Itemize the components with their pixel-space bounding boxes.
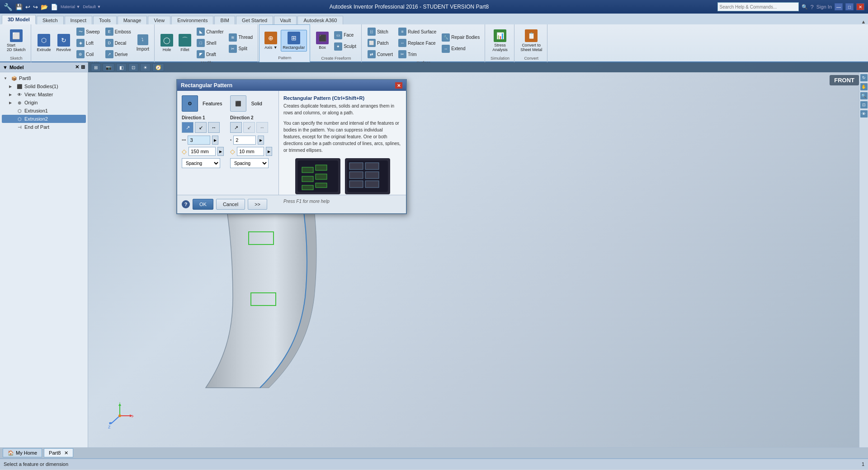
vp-camera-btn[interactable]: 📷 bbox=[103, 63, 114, 71]
part8-tab-close[interactable]: ✕ bbox=[64, 450, 68, 456]
repair-bodies-btn[interactable]: 🔧 Repair Bodies bbox=[439, 32, 482, 43]
material-dropdown[interactable]: Material ▼ bbox=[61, 5, 80, 9]
dir1-count-input[interactable] bbox=[188, 136, 210, 145]
sweep-btn[interactable]: 〜 Sweep bbox=[74, 26, 102, 37]
quick-access-new[interactable]: 📄 bbox=[51, 4, 58, 10]
vp-maximize-btn[interactable]: ⊞ bbox=[91, 63, 101, 71]
rectangular-pattern-dialog[interactable]: Rectangular Pattern ✕ ⚙ Features bbox=[176, 79, 407, 214]
thread-btn[interactable]: ≋ Thread bbox=[226, 32, 255, 43]
import-btn[interactable]: ⤵ Import bbox=[134, 33, 151, 53]
zoom-btn[interactable]: 🔍 bbox=[860, 92, 868, 99]
patch-btn[interactable]: ⬜ Patch bbox=[365, 38, 395, 48]
ok-btn[interactable]: OK bbox=[193, 199, 213, 210]
dialog-help-btn[interactable]: ? bbox=[182, 200, 190, 208]
orbit-btn[interactable]: ↻ bbox=[860, 74, 868, 81]
replace-face-btn[interactable]: ↔ Replace Face bbox=[396, 38, 439, 48]
tab-bim[interactable]: BIM bbox=[214, 16, 235, 24]
dir2-type-select[interactable]: Spacing Distance bbox=[230, 158, 269, 168]
tab-a360[interactable]: Autodesk A360 bbox=[297, 16, 343, 24]
dir2-spacing-input[interactable] bbox=[237, 147, 264, 156]
tree-item-extrusion2[interactable]: ⬡ Extrusion2 bbox=[2, 115, 86, 123]
axis-dropdown-btn[interactable]: ⊕ Axis ▼ bbox=[262, 30, 279, 52]
dir2-midplane-btn[interactable]: ↔ bbox=[256, 122, 268, 133]
sidebar-close-icon[interactable]: ✕ bbox=[75, 64, 79, 70]
face-btn[interactable]: ▭ Face bbox=[332, 30, 359, 41]
maximize-btn[interactable]: □ bbox=[845, 3, 854, 10]
tree-item-end-of-part[interactable]: ⊣ End of Part bbox=[2, 123, 86, 131]
tab-get-started[interactable]: Get Started bbox=[236, 16, 273, 24]
loft-btn[interactable]: ◈ Loft bbox=[74, 38, 102, 48]
convert-sheet-metal-btn[interactable]: 📋 Convert toSheet Metal bbox=[518, 28, 544, 54]
tree-item-part8[interactable]: ▼ 📦 Part8 bbox=[2, 74, 86, 82]
dir1-flip-btn[interactable]: ↙ bbox=[195, 122, 207, 133]
stitch-btn[interactable]: ⌸ Stitch bbox=[365, 26, 395, 37]
features-icon-btn[interactable]: ⚙ bbox=[182, 95, 198, 112]
sidebar-expand-icon[interactable]: ⊞ bbox=[81, 64, 85, 70]
tab-environments[interactable]: Environments bbox=[171, 16, 213, 24]
dir1-spacing-arrow[interactable]: ▶ bbox=[217, 147, 224, 156]
tab-3d-model[interactable]: 3D Model bbox=[2, 15, 36, 24]
tab-sketch[interactable]: Sketch bbox=[37, 16, 64, 24]
rectangular-btn[interactable]: ⊞ Rectangular bbox=[281, 30, 307, 52]
dir1-select-btn[interactable]: ↗ bbox=[182, 122, 193, 133]
search-icon[interactable]: 🔍 bbox=[802, 4, 808, 10]
tree-item-extrusion1[interactable]: ⬡ Extrusion1 bbox=[2, 107, 86, 115]
quick-access-undo[interactable]: ↩ bbox=[25, 4, 30, 10]
vp-ground-btn[interactable]: ⊡ bbox=[128, 63, 138, 71]
default-dropdown[interactable]: Default ▼ bbox=[83, 5, 101, 9]
tab-tools[interactable]: Tools bbox=[93, 16, 117, 24]
solid-icon-btn[interactable]: ⬛ bbox=[230, 95, 246, 112]
stress-analysis-btn[interactable]: 📊 StressAnalysis bbox=[489, 28, 511, 54]
vp-display-btn[interactable]: ◧ bbox=[116, 63, 127, 71]
vp-nav-btn[interactable]: 🧭 bbox=[152, 63, 164, 71]
dir1-count-arrow[interactable]: ▶ bbox=[212, 136, 218, 145]
tree-item-solid-bodies[interactable]: ▶ ⬛ Solid Bodies(1) bbox=[2, 82, 86, 90]
search-input[interactable] bbox=[717, 2, 799, 11]
tab-view[interactable]: View bbox=[148, 16, 170, 24]
dir2-count-input[interactable] bbox=[233, 136, 256, 145]
more-btn[interactable]: >> bbox=[248, 199, 267, 210]
ribbon-collapse-btn[interactable]: ▲ bbox=[859, 19, 868, 24]
start-2d-sketch-btn[interactable]: ⬜ Start2D Sketch bbox=[5, 28, 28, 54]
tab-part8[interactable]: Part8 ✕ bbox=[44, 448, 73, 457]
dir1-type-select[interactable]: Spacing Distance bbox=[182, 158, 220, 168]
quick-access-redo[interactable]: ↪ bbox=[33, 4, 38, 10]
tab-vault[interactable]: Vault bbox=[274, 16, 297, 24]
dialog-close-btn[interactable]: ✕ bbox=[395, 82, 402, 89]
shell-btn[interactable]: □ Shell bbox=[194, 38, 226, 48]
close-btn[interactable]: ✕ bbox=[856, 3, 864, 10]
cancel-btn[interactable]: Cancel bbox=[216, 199, 245, 210]
dir1-midplane-btn[interactable]: ↔ bbox=[208, 122, 220, 133]
dir2-spacing-arrow[interactable]: ▶ bbox=[266, 147, 272, 156]
look-at-btn[interactable]: 👁 bbox=[860, 110, 868, 118]
draft-btn[interactable]: ◤ Draft bbox=[194, 49, 226, 60]
extend-btn[interactable]: ↔ Extend bbox=[439, 43, 482, 54]
tree-item-origin[interactable]: ▶ ⊕ Origin bbox=[2, 99, 86, 107]
coil-btn[interactable]: ⊚ Coil bbox=[74, 49, 102, 60]
derive-btn[interactable]: ↗ Derive bbox=[103, 49, 133, 60]
revolve-btn[interactable]: ↻ Revolve bbox=[54, 32, 74, 54]
quick-access-open[interactable]: 📂 bbox=[41, 4, 48, 10]
chamfer-btn[interactable]: ◣ Chamfer bbox=[194, 26, 226, 37]
sculpt-btn[interactable]: ✦ Sculpt bbox=[332, 41, 359, 52]
convert-surface-btn[interactable]: ⇄ Convert bbox=[365, 49, 395, 60]
dir2-count-arrow[interactable]: ▶ bbox=[258, 136, 264, 145]
box-btn[interactable]: ⬛ Box bbox=[314, 30, 331, 52]
help-icon[interactable]: ? bbox=[811, 4, 814, 10]
signin-btn[interactable]: Sign In bbox=[816, 4, 832, 9]
quick-access-save[interactable]: 💾 bbox=[15, 4, 23, 10]
split-btn[interactable]: ✂ Split bbox=[226, 43, 255, 54]
extrude-btn[interactable]: ⬡ Extrude bbox=[35, 32, 53, 54]
decal-btn[interactable]: D Decal bbox=[103, 38, 133, 48]
dir1-spacing-input[interactable] bbox=[189, 147, 216, 156]
fit-btn[interactable]: ⊡ bbox=[860, 101, 868, 108]
minimize-btn[interactable]: — bbox=[835, 3, 843, 10]
hole-btn[interactable]: ◯ Hole bbox=[158, 32, 175, 54]
fillet-btn[interactable]: ⌒ Fillet bbox=[176, 32, 193, 54]
tab-my-home[interactable]: 🏠 My Home bbox=[3, 448, 42, 457]
dir2-select-btn[interactable]: ↗ bbox=[230, 122, 242, 133]
trim-btn[interactable]: ✂ Trim bbox=[396, 49, 439, 60]
vp-ray-btn[interactable]: ☀ bbox=[140, 63, 151, 71]
pan-btn[interactable]: ✋ bbox=[860, 83, 868, 90]
viewport[interactable]: ⊞ 📷 ◧ ⊡ ☀ 🧭 FRONT bbox=[88, 62, 868, 447]
